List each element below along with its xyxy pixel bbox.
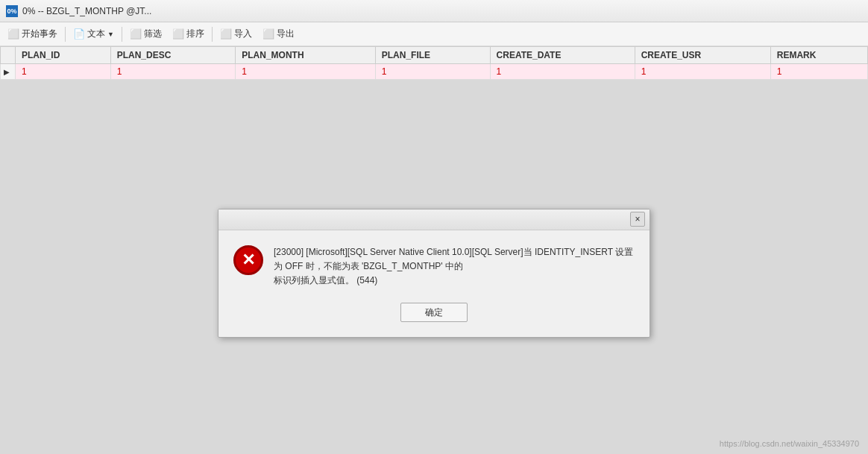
error-circle: ✕	[233, 245, 263, 275]
text-button[interactable]: 📄 文本 ▼	[69, 25, 119, 42]
text-label: 文本	[87, 28, 105, 40]
sort-icon: ⬜	[172, 28, 184, 40]
export-label: 导出	[277, 28, 295, 40]
col-plan-id: PLAN_ID	[16, 47, 111, 64]
error-icon: ✕	[233, 245, 263, 275]
import-icon: ⬜	[220, 28, 232, 40]
modal-overlay: × ✕ [23000] [Microsoft][SQL Server Nativ…	[0, 80, 868, 454]
confirm-label: 确定	[425, 306, 443, 319]
row-arrow: ▶	[1, 64, 16, 80]
main-content: × ✕ [23000] [Microsoft][SQL Server Nativ…	[0, 80, 868, 454]
data-table: PLAN_ID PLAN_DESC PLAN_MONTH PLAN_FILE C…	[0, 46, 868, 80]
export-icon: ⬜	[262, 28, 274, 40]
text-icon: 📄	[73, 28, 85, 40]
col-create-date: CREATE_DATE	[490, 47, 635, 64]
filter-icon: ⬜	[130, 28, 142, 40]
cell-plan-file: 1	[375, 64, 490, 80]
confirm-button[interactable]: 确定	[400, 303, 468, 322]
sep3	[212, 27, 213, 42]
filter-button[interactable]: ⬜ 筛选	[125, 25, 166, 42]
dialog-footer: 确定	[218, 295, 650, 337]
import-label: 导入	[234, 28, 252, 40]
error-message: [23000] [Microsoft][SQL Server Native Cl…	[274, 245, 635, 289]
col-plan-desc: PLAN_DESC	[110, 47, 236, 64]
dialog-close-button[interactable]: ×	[630, 212, 645, 227]
col-plan-file: PLAN_FILE	[375, 47, 490, 64]
col-create-usr: CREATE_USR	[635, 47, 770, 64]
error-dialog: × ✕ [23000] [Microsoft][SQL Server Nativ…	[218, 209, 650, 338]
title-bar: 0% 0% -- BZGL_T_MONTHP @JT...	[0, 0, 868, 22]
cell-plan-desc: 1	[110, 64, 236, 80]
start-transaction-label: 开始事务	[22, 28, 57, 40]
start-transaction-button[interactable]: ⬜ 开始事务	[3, 25, 62, 42]
toolbar: ⬜ 开始事务 📄 文本 ▼ ⬜ 筛选 ⬜ 排序 ⬜ 导入 ⬜ 导出	[0, 22, 868, 46]
data-table-area: PLAN_ID PLAN_DESC PLAN_MONTH PLAN_FILE C…	[0, 46, 868, 80]
sep2	[122, 27, 122, 42]
col-arrow	[1, 47, 16, 64]
import-button[interactable]: ⬜ 导入	[216, 25, 257, 42]
cell-plan-month: 1	[236, 64, 375, 80]
table-row: ▶ 1 1 1 1 1 1 1	[1, 64, 868, 80]
error-message-line1: [23000] [Microsoft][SQL Server Native Cl…	[274, 247, 633, 271]
col-remark: REMARK	[770, 47, 867, 64]
export-button[interactable]: ⬜ 导出	[258, 25, 299, 42]
app-icon: 0%	[6, 5, 18, 17]
dialog-body: ✕ [23000] [Microsoft][SQL Server Native …	[218, 230, 650, 296]
sort-button[interactable]: ⬜ 排序	[168, 25, 209, 42]
sort-label: 排序	[186, 28, 204, 40]
col-plan-month: PLAN_MONTH	[236, 47, 375, 64]
filter-label: 筛选	[144, 28, 162, 40]
transaction-icon: ⬜	[7, 28, 19, 40]
sep1	[65, 27, 66, 42]
error-message-line2: 标识列插入显式值。 (544)	[274, 275, 377, 286]
dialog-titlebar: ×	[218, 209, 650, 230]
error-x-icon: ✕	[242, 252, 255, 268]
cell-create-usr: 1	[635, 64, 770, 80]
close-icon: ×	[635, 214, 640, 224]
window-title: 0% -- BZGL_T_MONTHP @JT...	[22, 6, 151, 16]
cell-create-date: 1	[490, 64, 635, 80]
cell-remark: 1	[770, 64, 867, 80]
cell-plan-id: 1	[16, 64, 111, 80]
dropdown-arrow-icon: ▼	[107, 31, 114, 38]
